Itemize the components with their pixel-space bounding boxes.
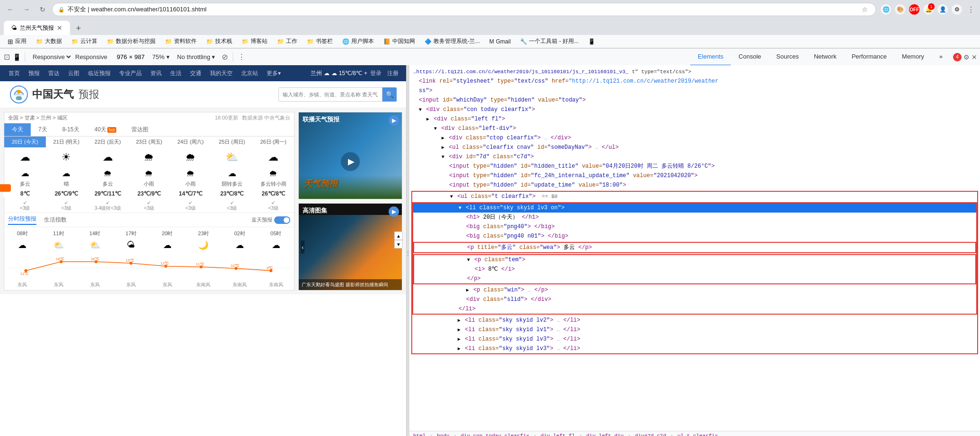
viewport-height: 987: [134, 53, 145, 60]
devtools-tab-more[interactable]: »: [932, 49, 950, 66]
sensor-icon-button[interactable]: ⊘: [219, 52, 231, 61]
triangle-li-sky[interactable]: ▼: [459, 205, 461, 212]
devtools-device-button[interactable]: 📱: [13, 53, 21, 61]
bookmark-bigdata[interactable]: 📁大数据: [32, 36, 66, 46]
settings-icon[interactable]: ⚙: [952, 4, 962, 15]
weather-search-button[interactable]: 🔍: [382, 87, 397, 102]
nav-forecast[interactable]: 预报: [25, 69, 43, 77]
bookmark-cloud[interactable]: 📁云计算: [68, 36, 101, 46]
active-tab[interactable]: 🌤 兰州天气预报 ✕: [4, 21, 70, 35]
nav-traffic[interactable]: 交通: [186, 69, 205, 77]
hourly-tab-index[interactable]: 生活指数: [44, 216, 67, 224]
weather-logo: 中国天气: [9, 85, 74, 104]
nav-register[interactable]: 注册: [384, 69, 401, 77]
weather-search-input[interactable]: [278, 87, 382, 102]
zoom-selector[interactable]: 75% ▾: [148, 53, 173, 60]
devtools-tab-performance[interactable]: Performance: [844, 49, 894, 66]
video-play-button[interactable]: ▶: [341, 152, 360, 171]
triangle-ctop[interactable]: ▶: [442, 135, 444, 142]
back-button[interactable]: ←: [4, 3, 17, 16]
nav-home[interactable]: 首页: [5, 69, 24, 77]
triangle-p-tem[interactable]: ▼: [467, 256, 470, 264]
bookmark-bookmarks[interactable]: 📁书签栏: [303, 36, 337, 46]
bookmark-apps[interactable]: ⊞应用: [4, 36, 30, 46]
more-options-button[interactable]: ⋮: [235, 52, 248, 61]
triangle-leftdiv[interactable]: ▼: [434, 125, 437, 132]
gallery-image: 广东天鹅好看鸟盛图 摄影师抓拍捕鱼瞬间: [299, 215, 402, 290]
forecast-tab-radar[interactable]: 雷达图: [124, 123, 156, 136]
gallery-nav-button[interactable]: ▶: [389, 206, 399, 217]
devtools-tab-memory[interactable]: Memory: [894, 49, 932, 66]
profile-icon[interactable]: 👤: [937, 4, 948, 15]
toggle-button[interactable]: [274, 216, 290, 224]
triangle-ul-t[interactable]: ▼: [450, 193, 453, 200]
nav-news[interactable]: 资讯: [147, 69, 165, 77]
forecast-tab-40day[interactable]: 40天hot: [87, 123, 124, 136]
new-tab-button[interactable]: +: [72, 22, 85, 35]
notification-icon[interactable]: 🔔 1: [923, 4, 934, 15]
devtools-close-button[interactable]: ✕: [971, 53, 977, 61]
extension-icon-1[interactable]: 🌐: [881, 4, 891, 15]
bookmark-tech[interactable]: 📁技术栈: [202, 36, 236, 46]
bookmark-cnki[interactable]: 📙中国知网: [380, 36, 419, 46]
extension-badge[interactable]: OFF: [909, 4, 919, 15]
triangle-li-lv2[interactable]: ▶: [458, 317, 460, 324]
nav-beijing[interactable]: 北京站: [237, 69, 262, 77]
bookmark-blog[interactable]: 📁博客站: [238, 36, 271, 46]
triangle-p-win[interactable]: ▶: [466, 287, 469, 294]
reload-button[interactable]: ↻: [36, 3, 49, 16]
bookmark-mobile[interactable]: 📱: [584, 37, 599, 46]
nav-login[interactable]: 登录: [367, 69, 384, 77]
devtools-tab-network[interactable]: Network: [807, 49, 844, 66]
nav-life[interactable]: 生活: [166, 69, 185, 77]
nav-nearby[interactable]: 临近预报: [84, 69, 114, 77]
scroll-down-button[interactable]: ▼: [394, 240, 403, 248]
html-line-url: …https://i.tq121.com.cn/c/weather2019/js…: [411, 67, 978, 77]
nav-products[interactable]: 专业产品: [115, 69, 146, 77]
chrome-menu-icon[interactable]: ⋮: [966, 4, 976, 15]
scroll-up-button[interactable]: ▲: [394, 231, 403, 240]
nav-radar[interactable]: 雷达: [44, 69, 63, 77]
bookmark-gmail[interactable]: MGmail: [486, 37, 514, 46]
forecast-tab-today[interactable]: 今天: [4, 123, 31, 136]
throttle-selector[interactable]: No throttling ▾: [173, 53, 219, 60]
gallery-prev-button[interactable]: ‹: [301, 240, 304, 253]
triangle-li-lv3-2[interactable]: ▶: [458, 336, 460, 343]
devtools-tab-console[interactable]: Console: [731, 49, 769, 66]
bookmark-work[interactable]: 📁工作: [273, 36, 301, 46]
elements-panel[interactable]: …https://i.tq121.com.cn/c/weather2019/js…: [409, 65, 980, 431]
video-panel-nav-button[interactable]: ▶: [389, 115, 399, 126]
triangle-7d[interactable]: ▼: [442, 154, 444, 161]
triangle-con[interactable]: ▼: [419, 106, 422, 113]
triangle-li-lv1[interactable]: ▶: [458, 326, 460, 333]
bookmark-data-analysis[interactable]: 📁数据分析与挖掘: [103, 36, 159, 46]
devtools-tab-sources[interactable]: Sources: [769, 49, 807, 66]
devtools-cursor-button[interactable]: ⊡: [4, 52, 10, 61]
nav-plus-button[interactable]: +: [364, 70, 367, 77]
hourly-tab-forecast[interactable]: 分时段预报: [8, 215, 36, 225]
bookmark-user-script[interactable]: 🌐用户脚本: [338, 36, 378, 46]
responsive-dropdown[interactable]: Responsive: [31, 53, 72, 61]
forecast-tab-815day[interactable]: 8-15天: [55, 123, 87, 136]
desc-5: 阴转多云: [211, 180, 253, 188]
temp-chart-svg: 11℃ 16℃ 16℃ 15℃ 12℃ 11℃ 10℃ 9℃: [8, 252, 290, 278]
tab-close-button[interactable]: ✕: [57, 24, 62, 32]
forecast-tab-7day[interactable]: 7天: [31, 123, 55, 136]
triangle-li-lv3-3[interactable]: ▶: [458, 345, 460, 352]
nav-more[interactable]: 更多▾: [263, 69, 285, 77]
triangle-left[interactable]: ▶: [426, 116, 429, 123]
extension-icon-2[interactable]: 🎨: [895, 4, 905, 15]
experience-new-version-button[interactable]: 体验新版: [0, 184, 11, 192]
triangle-cnav[interactable]: ▶: [442, 144, 444, 151]
address-bar[interactable]: 🔒 不安全 | weather.com.cn/weather/101160101…: [52, 3, 876, 16]
nav-cloud[interactable]: 云图: [64, 69, 83, 77]
bookmarks-bar: ⊞应用 📁大数据 📁云计算 📁数据分析与挖掘 📁资料软件 📁技术栈 📁博客站 📁…: [0, 35, 980, 48]
devtools-settings-button[interactable]: ⚙: [963, 53, 970, 61]
bookmark-toolbox[interactable]: 🔧一个工具箱 - 好用...: [516, 36, 582, 46]
forward-button[interactable]: →: [20, 3, 33, 16]
nav-my-sky[interactable]: 我的天空: [206, 69, 236, 77]
devtools-tab-elements[interactable]: Elements: [690, 49, 731, 66]
bookmark-software[interactable]: 📁资料软件: [161, 36, 200, 46]
bookmark-edu[interactable]: 🔷教务管理系统-兰...: [421, 36, 484, 46]
bookmark-star-button[interactable]: ☆: [860, 5, 870, 14]
